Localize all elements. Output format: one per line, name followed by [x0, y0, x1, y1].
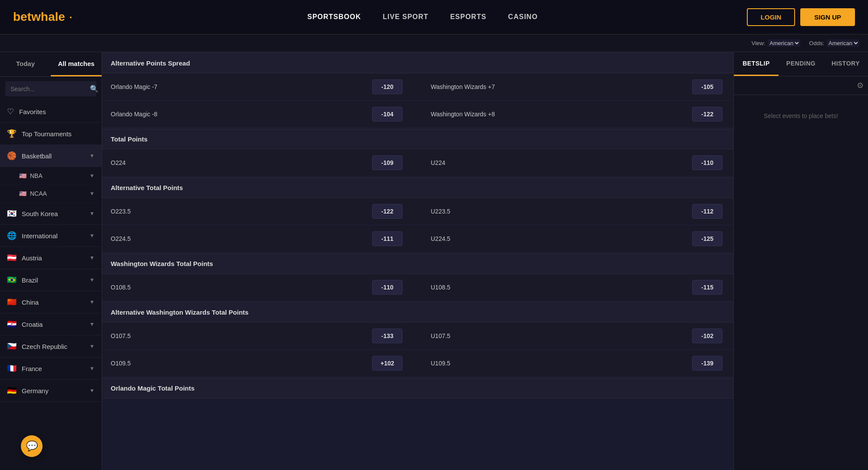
team1-name: O109.5 [111, 360, 370, 367]
logo-whale: whale [31, 10, 65, 23]
basketball-icon: 🏀 [7, 151, 17, 161]
tab-betslip[interactable]: BETSLIP [734, 52, 779, 76]
sidebar-item-austria[interactable]: 🇦🇹 Austria ▼ [0, 247, 102, 269]
search-icon: 🔍 [90, 85, 99, 93]
odds1-button[interactable]: -111 [372, 231, 403, 246]
sidebar-item-favorites[interactable]: ♡ Favorites [0, 101, 102, 123]
section-alt-wizards-total: Alternative Washington Wizards Total Poi… [102, 302, 733, 322]
france-label: France [22, 365, 84, 372]
sub-header: View: American Decimal Odds: American De… [0, 35, 868, 52]
tab-today[interactable]: Today [0, 52, 51, 76]
croatia-flag-icon: 🇭🇷 [7, 319, 17, 329]
sidebar-item-top-tournaments[interactable]: 🏆 Top Tournaments [0, 123, 102, 145]
sidebar-item-basketball[interactable]: 🏀 Basketball ▼ [0, 145, 102, 167]
france-chevron-icon: ▼ [89, 365, 95, 371]
sidebar-item-czech-republic[interactable]: 🇨🇿 Czech Republic ▼ [0, 335, 102, 358]
tab-pending[interactable]: PENDING [779, 52, 823, 76]
table-row: O109.5 +102 U109.5 -139 [102, 350, 733, 377]
sidebar-item-france[interactable]: 🇫🇷 France ▼ [0, 358, 102, 380]
austria-flag-icon: 🇦🇹 [7, 253, 17, 263]
logo-dot-decoration: · [69, 11, 73, 23]
czech-republic-label: Czech Republic [22, 343, 84, 350]
tab-all-matches[interactable]: All matches [51, 52, 102, 76]
right-panel: BETSLIP PENDING HISTORY ⚙ Select events … [733, 52, 868, 470]
odds2-button[interactable]: -105 [692, 79, 723, 94]
odds-dropdown[interactable]: American Decimal [827, 39, 859, 47]
odds1-button[interactable]: -120 [372, 79, 403, 94]
odds1-button[interactable]: -110 [372, 280, 403, 295]
nba-label: 🇺🇸 [19, 172, 26, 179]
sidebar-item-ncaa[interactable]: 🇺🇸 NCAA ▼ [0, 185, 102, 203]
content-area: Alternative Points Spread Orlando Magic … [102, 52, 733, 470]
betslip-empty-message: Select events to place bets! [734, 95, 868, 137]
china-flag-icon: 🇨🇳 [7, 297, 17, 307]
odds-label: Odds: [809, 40, 824, 46]
sidebar-item-south-korea[interactable]: 🇰🇷 South Korea ▼ [0, 203, 102, 225]
sidebar-item-germany[interactable]: 🇩🇪 Germany ▼ [0, 380, 102, 402]
odds2-button[interactable]: -112 [692, 204, 723, 219]
nav-sportsbook[interactable]: SPORTSBOOK [307, 13, 361, 21]
search-input[interactable] [10, 85, 86, 92]
section-alternative-points-spread: Alternative Points Spread [102, 53, 733, 73]
sidebar: Today All matches 🔍 ♡ Favorites 🏆 Top To… [0, 52, 102, 470]
header: betwhale · SPORTSBOOK LIVE SPORT ESPORTS… [0, 0, 868, 35]
team2-name: U108.5 [431, 284, 690, 291]
sidebar-item-international[interactable]: 🌐 International ▼ [0, 225, 102, 247]
international-label: International [22, 232, 84, 240]
view-label: View: [752, 40, 766, 46]
logo-text: betwhale · [13, 10, 72, 24]
team1-name: O107.5 [111, 332, 370, 339]
sidebar-item-brazil[interactable]: 🇧🇷 Brazil ▼ [0, 269, 102, 291]
odds1-button[interactable]: -133 [372, 329, 403, 343]
table-row: O224 -109 U224 -110 [102, 149, 733, 177]
odds2-button[interactable]: -115 [692, 280, 723, 295]
trophy-icon: 🏆 [7, 129, 17, 138]
sidebar-tabs: Today All matches [0, 52, 102, 77]
odds2-button[interactable]: -110 [692, 155, 723, 170]
france-flag-icon: 🇫🇷 [7, 364, 17, 373]
view-selector: View: American Decimal [752, 39, 801, 47]
germany-chevron-icon: ▼ [89, 388, 95, 394]
section-alternative-total-points: Alternative Total Points [102, 177, 733, 198]
ncaa-text: NCAA [26, 190, 89, 197]
sidebar-item-nba[interactable]: 🇺🇸 NBA ▼ [0, 167, 102, 185]
signup-button[interactable]: SIGN UP [800, 8, 855, 26]
view-dropdown[interactable]: American Decimal [768, 39, 800, 47]
south-korea-label: South Korea [22, 210, 84, 217]
odds1-button[interactable]: +102 [372, 356, 403, 371]
croatia-chevron-icon: ▼ [89, 321, 95, 327]
team2-name: Washington Wizards +8 [431, 111, 690, 118]
south-korea-flag-icon: 🇰🇷 [7, 209, 17, 218]
login-button[interactable]: LOGIN [747, 8, 795, 26]
odds1-button[interactable]: -104 [372, 107, 403, 122]
section-wizards-total: Washington Wizards Total Points [102, 253, 733, 274]
odds2-button[interactable]: -125 [692, 231, 723, 246]
team2-name: U224 [431, 159, 690, 166]
nav-esports[interactable]: ESPORTS [450, 13, 486, 21]
sidebar-item-croatia[interactable]: 🇭🇷 Croatia ▼ [0, 313, 102, 335]
top-tournaments-label: Top Tournaments [22, 130, 95, 138]
nav-casino[interactable]: CASINO [508, 13, 538, 21]
logo-bet: bet [13, 10, 31, 23]
sidebar-item-china[interactable]: 🇨🇳 China ▼ [0, 291, 102, 313]
team1-name: O224.5 [111, 235, 370, 242]
odds2-button[interactable]: -102 [692, 329, 723, 343]
team2-name: U223.5 [431, 208, 690, 215]
odds2-button[interactable]: -122 [692, 107, 723, 122]
nav-live-sport[interactable]: LIVE SPORT [383, 13, 429, 21]
team1-name: Orlando Magic -7 [111, 83, 370, 90]
main-nav: SPORTSBOOK LIVE SPORT ESPORTS CASINO [98, 13, 747, 21]
austria-chevron-icon: ▼ [89, 255, 95, 261]
gear-icon[interactable]: ⚙ [857, 81, 864, 90]
table-row: O223.5 -122 U223.5 -112 [102, 198, 733, 225]
section-magic-total: Orlando Magic Total Points [102, 378, 733, 398]
chat-icon: 💬 [26, 440, 38, 452]
tab-history[interactable]: HISTORY [823, 52, 868, 76]
table-row: Orlando Magic -8 -104 Washington Wizards… [102, 101, 733, 128]
odds2-button[interactable]: -139 [692, 356, 723, 371]
chat-button[interactable]: 💬 [21, 435, 43, 457]
odds1-button[interactable]: -122 [372, 204, 403, 219]
international-flag-icon: 🌐 [7, 231, 17, 240]
odds1-button[interactable]: -109 [372, 155, 403, 170]
team2-name: Washington Wizards +7 [431, 83, 690, 90]
